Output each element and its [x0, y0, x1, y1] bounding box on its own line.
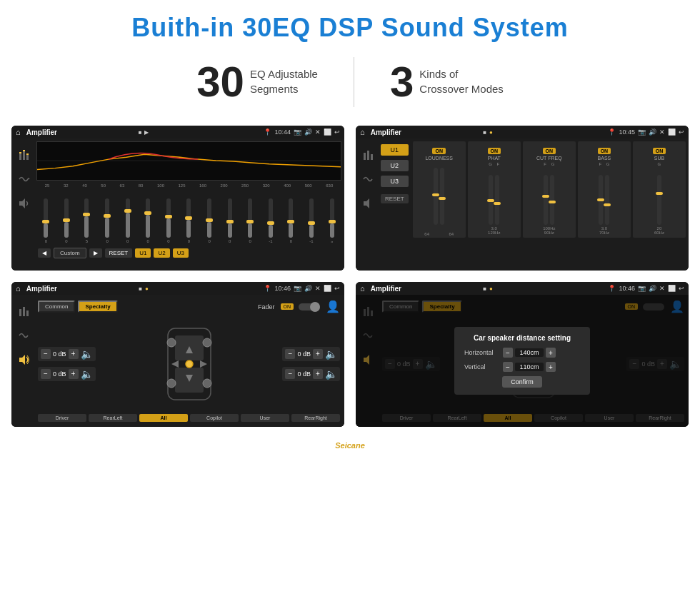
eq-fwd-btn[interactable]: ▶ — [89, 248, 102, 258]
home-icon-2[interactable]: ⌂ — [360, 128, 365, 136]
driver-btn[interactable]: Driver — [38, 414, 86, 422]
all-btn[interactable]: All — [139, 414, 188, 422]
vertical-row: Vertical − 110cm + — [464, 362, 580, 372]
back-icon-2[interactable]: ↩ — [679, 128, 684, 136]
sidebar-wave-icon-2[interactable] — [361, 171, 376, 187]
fader-on-3[interactable]: ON — [281, 303, 294, 310]
back-icon[interactable]: ↩ — [334, 128, 340, 136]
sidebar-speaker-icon[interactable] — [16, 196, 32, 211]
screen2-sidebar — [359, 141, 379, 268]
cutfreq-on[interactable]: ON — [543, 148, 556, 154]
eq-u3-btn[interactable]: U3 — [173, 248, 189, 258]
rr-plus[interactable]: + — [313, 369, 323, 379]
sidebar-speaker-icon-2[interactable] — [361, 196, 376, 211]
close-icon-3[interactable]: ✕ — [315, 285, 321, 292]
slider-13[interactable]: 0 — [281, 198, 301, 243]
user-btn[interactable]: User — [241, 414, 289, 422]
u3-btn[interactable]: U3 — [381, 176, 409, 187]
screen2-time: 10:45 — [619, 128, 635, 136]
stats-row: 30 EQ Adjustable Segments 3 Kinds of Cro… — [0, 50, 700, 120]
eq-back-btn[interactable]: ◀ — [38, 248, 51, 258]
slider-12[interactable]: -1 — [261, 198, 281, 243]
bass-sl2[interactable] — [605, 175, 609, 225]
common-btn-3[interactable]: Common — [38, 301, 75, 313]
bass-sl1[interactable] — [599, 175, 603, 225]
loudness-sl2[interactable] — [440, 168, 444, 225]
sidebar-eq-icon-3[interactable] — [16, 303, 32, 319]
cutfreq-sl2[interactable] — [550, 175, 554, 225]
cutfreq-sl1[interactable] — [544, 175, 548, 225]
slider-7[interactable]: 0 — [159, 198, 179, 243]
horizontal-label: Horizontal — [464, 349, 500, 356]
slider-2[interactable]: 0 — [57, 198, 76, 243]
right-speakers: − 0 dB + 🔈 − 0 dB + 🔈 — [282, 347, 340, 381]
bass-on[interactable]: ON — [598, 148, 611, 154]
horizontal-minus[interactable]: − — [503, 348, 513, 358]
sub-sl1[interactable] — [657, 175, 661, 225]
loudness-sl1[interactable] — [434, 168, 438, 225]
u2-btn[interactable]: U2 — [381, 160, 409, 171]
fl-plus[interactable]: + — [69, 349, 79, 359]
home-icon[interactable]: ⌂ — [16, 128, 21, 136]
vertical-minus[interactable]: − — [503, 362, 513, 372]
close-icon-2[interactable]: ✕ — [659, 128, 665, 136]
vertical-plus[interactable]: + — [546, 362, 556, 372]
slider-8[interactable]: 0 — [179, 198, 199, 243]
window-icon-3[interactable]: ⬜ — [324, 285, 331, 292]
slider-1[interactable]: 0 — [36, 198, 56, 243]
sub-on[interactable]: ON — [653, 148, 666, 154]
eq-u2-btn[interactable]: U2 — [154, 248, 169, 258]
slider-14[interactable]: -1 — [302, 198, 321, 243]
phat-sl1[interactable] — [489, 175, 493, 225]
bass-section: ON BASS F G 3.0 70Hz — [578, 141, 631, 238]
phat-sl2[interactable] — [495, 175, 499, 225]
close-icon-4[interactable]: ✕ — [659, 285, 665, 292]
sidebar-eq-icon[interactable] — [16, 147, 32, 163]
slider-9[interactable]: 0 — [200, 198, 219, 243]
rl-minus[interactable]: − — [41, 369, 51, 379]
slider-3[interactable]: 5 — [77, 198, 96, 243]
home-icon-4[interactable]: ⌂ — [360, 284, 365, 293]
eq-u1-btn[interactable]: U1 — [135, 248, 151, 258]
sidebar-wave-icon[interactable] — [16, 171, 32, 187]
slider-15[interactable]: » — [322, 198, 341, 243]
loudness-on[interactable]: ON — [432, 148, 446, 154]
sidebar-speaker-icon-3[interactable] — [16, 352, 32, 368]
home-icon-3[interactable]: ⌂ — [16, 284, 21, 293]
slider-5[interactable]: 0 — [118, 198, 137, 243]
svg-marker-12 — [364, 198, 369, 208]
confirm-button[interactable]: Confirm — [502, 376, 542, 388]
slider-4[interactable]: 0 — [98, 198, 117, 243]
phat-on[interactable]: ON — [488, 148, 501, 154]
u1-btn[interactable]: U1 — [381, 144, 409, 156]
window-icon-4[interactable]: ⬜ — [668, 285, 676, 292]
window-icon[interactable]: ⬜ — [324, 128, 331, 136]
vertical-label: Vertical — [464, 363, 500, 370]
rearleft-btn[interactable]: RearLeft — [89, 414, 137, 422]
slider-11[interactable]: 0 — [241, 198, 260, 243]
reset-btn-2[interactable]: RESET — [381, 194, 409, 203]
sidebar-wave-icon-3[interactable] — [16, 328, 32, 343]
fr-minus[interactable]: − — [285, 349, 295, 359]
copilot-btn[interactable]: Copilot — [190, 414, 239, 422]
screen4-time: 10:46 — [619, 285, 635, 292]
slider-6[interactable]: 0 — [139, 198, 158, 243]
slider-10[interactable]: 0 — [220, 198, 239, 243]
rr-minus[interactable]: − — [285, 369, 295, 379]
dot-icon-3: ● — [145, 286, 149, 292]
back-icon-4[interactable]: ↩ — [679, 285, 684, 292]
eq-reset-btn[interactable]: RESET — [105, 248, 133, 258]
fr-plus[interactable]: + — [313, 349, 323, 359]
sidebar-eq-icon-2[interactable] — [361, 147, 376, 163]
window-icon-2[interactable]: ⬜ — [668, 128, 676, 136]
close-icon[interactable]: ✕ — [315, 128, 321, 136]
crossover-sections: ON LOUDNESS 6464 — [413, 141, 686, 268]
specialty-btn-3[interactable]: Specialty — [78, 301, 117, 313]
horizontal-plus[interactable]: + — [546, 348, 556, 358]
fl-minus[interactable]: − — [41, 349, 51, 359]
pin-icon-4: 📍 — [608, 285, 616, 292]
rearright-btn[interactable]: RearRight — [291, 414, 340, 422]
rl-plus[interactable]: + — [69, 369, 79, 379]
back-icon-3[interactable]: ↩ — [334, 285, 340, 292]
fr-speaker-icon: 🔈 — [325, 348, 337, 360]
